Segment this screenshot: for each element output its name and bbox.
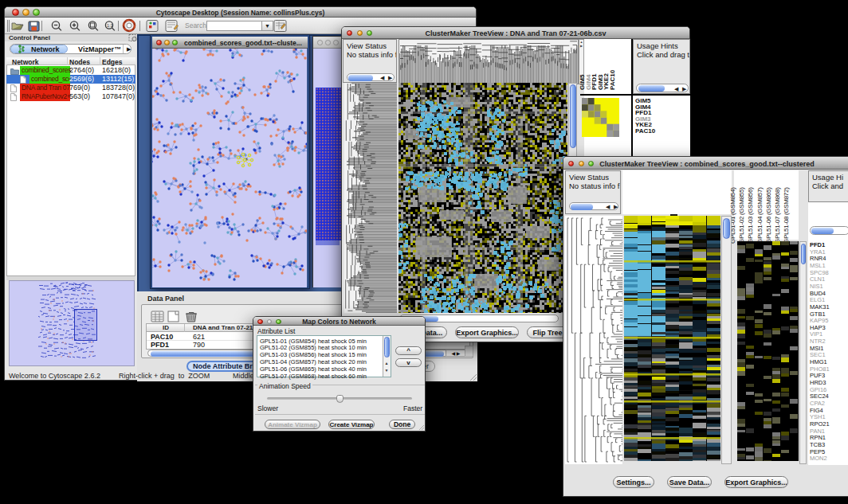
svg-text:Search:: Search: bbox=[185, 21, 208, 29]
svg-text:1:1: 1:1 bbox=[107, 23, 113, 28]
